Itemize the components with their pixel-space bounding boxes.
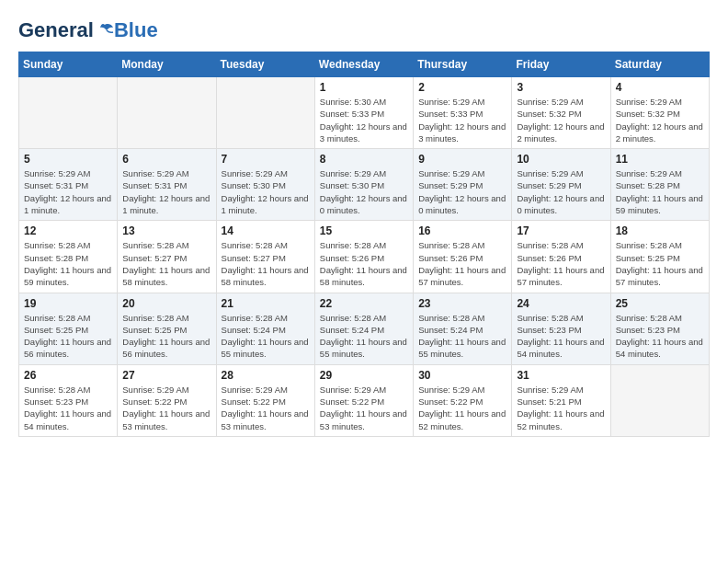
calendar-cell: 20Sunrise: 5:28 AM Sunset: 5:25 PM Dayli… (118, 293, 216, 364)
day-number: 4 (616, 81, 704, 94)
calendar-cell: 15Sunrise: 5:28 AM Sunset: 5:26 PM Dayli… (314, 221, 413, 293)
day-number: 10 (517, 153, 605, 166)
day-info: Sunrise: 5:28 AM Sunset: 5:23 PM Dayligh… (24, 384, 112, 432)
day-info: Sunrise: 5:29 AM Sunset: 5:22 PM Dayligh… (222, 384, 310, 432)
calendar-week-row: 19Sunrise: 5:28 AM Sunset: 5:25 PM Dayli… (19, 293, 710, 364)
day-info: Sunrise: 5:28 AM Sunset: 5:27 PM Dayligh… (122, 239, 210, 288)
day-info: Sunrise: 5:29 AM Sunset: 5:21 PM Dayligh… (517, 384, 605, 432)
day-number: 2 (418, 81, 506, 94)
day-info: Sunrise: 5:28 AM Sunset: 5:26 PM Dayligh… (320, 239, 408, 288)
day-info: Sunrise: 5:28 AM Sunset: 5:24 PM Dayligh… (222, 312, 310, 361)
logo-bird-icon (96, 21, 114, 40)
weekday-header-tuesday: Tuesday (216, 52, 314, 77)
day-number: 8 (320, 153, 408, 166)
calendar-cell: 17Sunrise: 5:28 AM Sunset: 5:26 PM Dayli… (512, 221, 610, 293)
calendar-cell: 21Sunrise: 5:28 AM Sunset: 5:24 PM Dayli… (216, 293, 314, 364)
day-number: 11 (616, 153, 704, 166)
calendar-cell: 11Sunrise: 5:29 AM Sunset: 5:28 PM Dayli… (610, 149, 709, 221)
day-info: Sunrise: 5:28 AM Sunset: 5:26 PM Dayligh… (517, 239, 605, 288)
day-info: Sunrise: 5:29 AM Sunset: 5:32 PM Dayligh… (517, 96, 605, 144)
day-number: 26 (24, 369, 112, 382)
day-info: Sunrise: 5:28 AM Sunset: 5:28 PM Dayligh… (24, 239, 112, 288)
day-number: 25 (616, 297, 704, 310)
day-number: 6 (122, 153, 210, 166)
day-number: 7 (222, 153, 310, 166)
calendar-cell: 30Sunrise: 5:29 AM Sunset: 5:22 PM Dayli… (414, 364, 512, 436)
calendar-cell: 3Sunrise: 5:29 AM Sunset: 5:32 PM Daylig… (512, 77, 610, 149)
calendar-header-row: SundayMondayTuesdayWednesdayThursdayFrid… (19, 52, 710, 77)
page-header: General Blue (18, 18, 710, 42)
calendar-cell (216, 77, 314, 149)
calendar-cell: 26Sunrise: 5:28 AM Sunset: 5:23 PM Dayli… (19, 364, 118, 436)
day-number: 24 (517, 297, 605, 310)
day-number: 19 (24, 297, 112, 310)
day-info: Sunrise: 5:29 AM Sunset: 5:31 PM Dayligh… (24, 167, 112, 216)
day-number: 29 (320, 369, 408, 382)
day-number: 12 (24, 224, 112, 237)
weekday-header-thursday: Thursday (414, 52, 512, 77)
day-number: 13 (122, 224, 210, 237)
calendar-cell: 19Sunrise: 5:28 AM Sunset: 5:25 PM Dayli… (19, 293, 118, 364)
weekday-header-wednesday: Wednesday (314, 52, 413, 77)
calendar-week-row: 5Sunrise: 5:29 AM Sunset: 5:31 PM Daylig… (19, 149, 710, 221)
day-info: Sunrise: 5:28 AM Sunset: 5:23 PM Dayligh… (616, 312, 704, 361)
calendar-cell: 14Sunrise: 5:28 AM Sunset: 5:27 PM Dayli… (216, 221, 314, 293)
calendar-cell: 4Sunrise: 5:29 AM Sunset: 5:32 PM Daylig… (610, 77, 709, 149)
day-info: Sunrise: 5:29 AM Sunset: 5:30 PM Dayligh… (320, 167, 408, 216)
calendar-cell: 25Sunrise: 5:28 AM Sunset: 5:23 PM Dayli… (610, 293, 709, 364)
day-number: 15 (320, 224, 408, 237)
calendar-cell: 28Sunrise: 5:29 AM Sunset: 5:22 PM Dayli… (216, 364, 314, 436)
day-number: 5 (24, 153, 112, 166)
calendar-cell: 1Sunrise: 5:30 AM Sunset: 5:33 PM Daylig… (314, 77, 413, 149)
calendar-cell: 31Sunrise: 5:29 AM Sunset: 5:21 PM Dayli… (512, 364, 610, 436)
day-number: 1 (320, 81, 408, 94)
day-info: Sunrise: 5:28 AM Sunset: 5:27 PM Dayligh… (222, 239, 310, 288)
calendar-cell: 24Sunrise: 5:28 AM Sunset: 5:23 PM Dayli… (512, 293, 610, 364)
calendar-week-row: 26Sunrise: 5:28 AM Sunset: 5:23 PM Dayli… (19, 364, 710, 436)
calendar-cell: 12Sunrise: 5:28 AM Sunset: 5:28 PM Dayli… (19, 221, 118, 293)
day-number: 3 (517, 81, 605, 94)
calendar-cell: 23Sunrise: 5:28 AM Sunset: 5:24 PM Dayli… (414, 293, 512, 364)
day-number: 9 (418, 153, 506, 166)
day-info: Sunrise: 5:29 AM Sunset: 5:28 PM Dayligh… (616, 167, 704, 216)
weekday-header-saturday: Saturday (610, 52, 709, 77)
calendar-cell: 5Sunrise: 5:29 AM Sunset: 5:31 PM Daylig… (19, 149, 118, 221)
day-info: Sunrise: 5:29 AM Sunset: 5:22 PM Dayligh… (122, 384, 210, 432)
weekday-header-monday: Monday (118, 52, 216, 77)
day-number: 28 (222, 369, 310, 382)
logo-blue: Blue (114, 18, 158, 42)
calendar-cell: 6Sunrise: 5:29 AM Sunset: 5:31 PM Daylig… (118, 149, 216, 221)
calendar-cell: 16Sunrise: 5:28 AM Sunset: 5:26 PM Dayli… (414, 221, 512, 293)
day-number: 18 (616, 224, 704, 237)
logo: General Blue (18, 18, 158, 42)
logo-general: General (18, 18, 94, 42)
calendar-cell: 7Sunrise: 5:29 AM Sunset: 5:30 PM Daylig… (216, 149, 314, 221)
day-number: 30 (418, 369, 506, 382)
weekday-header-friday: Friday (512, 52, 610, 77)
day-info: Sunrise: 5:29 AM Sunset: 5:29 PM Dayligh… (517, 167, 605, 216)
day-info: Sunrise: 5:29 AM Sunset: 5:33 PM Dayligh… (418, 96, 506, 144)
day-info: Sunrise: 5:28 AM Sunset: 5:23 PM Dayligh… (517, 312, 605, 361)
calendar-cell (118, 77, 216, 149)
calendar-cell: 22Sunrise: 5:28 AM Sunset: 5:24 PM Dayli… (314, 293, 413, 364)
calendar-cell: 13Sunrise: 5:28 AM Sunset: 5:27 PM Dayli… (118, 221, 216, 293)
day-number: 20 (122, 297, 210, 310)
day-info: Sunrise: 5:28 AM Sunset: 5:25 PM Dayligh… (616, 239, 704, 288)
day-info: Sunrise: 5:29 AM Sunset: 5:22 PM Dayligh… (418, 384, 506, 432)
day-info: Sunrise: 5:29 AM Sunset: 5:30 PM Dayligh… (222, 167, 310, 216)
day-info: Sunrise: 5:29 AM Sunset: 5:32 PM Dayligh… (616, 96, 704, 144)
day-number: 22 (320, 297, 408, 310)
calendar-cell (19, 77, 118, 149)
calendar-table: SundayMondayTuesdayWednesdayThursdayFrid… (18, 52, 710, 437)
day-number: 23 (418, 297, 506, 310)
day-info: Sunrise: 5:29 AM Sunset: 5:22 PM Dayligh… (320, 384, 408, 432)
day-number: 31 (517, 369, 605, 382)
day-number: 14 (222, 224, 310, 237)
day-number: 17 (517, 224, 605, 237)
calendar-cell: 18Sunrise: 5:28 AM Sunset: 5:25 PM Dayli… (610, 221, 709, 293)
calendar-week-row: 1Sunrise: 5:30 AM Sunset: 5:33 PM Daylig… (19, 77, 710, 149)
day-info: Sunrise: 5:28 AM Sunset: 5:24 PM Dayligh… (320, 312, 408, 361)
calendar-cell: 10Sunrise: 5:29 AM Sunset: 5:29 PM Dayli… (512, 149, 610, 221)
calendar-cell: 29Sunrise: 5:29 AM Sunset: 5:22 PM Dayli… (314, 364, 413, 436)
calendar-cell: 27Sunrise: 5:29 AM Sunset: 5:22 PM Dayli… (118, 364, 216, 436)
